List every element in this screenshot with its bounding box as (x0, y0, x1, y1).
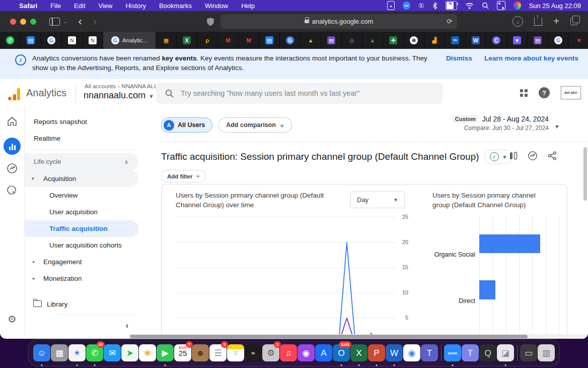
pinned-tab-google-2[interactable]: G (548, 32, 569, 49)
dock-podcasts[interactable]: ◉ (298, 342, 315, 364)
zoom-window-button[interactable] (30, 19, 36, 25)
pinned-tab-notion[interactable]: N (62, 32, 83, 49)
chevron-down-icon[interactable]: ⌄ (63, 19, 67, 24)
pinned-tab-publer[interactable]: ρ (197, 32, 218, 49)
tab-overview-icon[interactable] (570, 18, 578, 25)
pinned-tab-gmail[interactable]: M (218, 32, 239, 49)
dock-mail[interactable]: ✉ (104, 342, 121, 364)
battery-charging-icon[interactable]: ϟ (446, 1, 457, 10)
dock-photos[interactable]: ❀ (139, 342, 156, 364)
pinned-tab-notion-2[interactable]: N (83, 32, 103, 49)
pinned-tab-linkedin[interactable]: in (445, 32, 466, 49)
add-comparison-chip[interactable]: Add comparison+ (218, 117, 291, 133)
close-window-button[interactable] (10, 19, 16, 25)
pinned-tab-heart-app[interactable]: ♥ (507, 32, 528, 49)
collapse-sidebar-icon[interactable]: ‹ (126, 321, 128, 330)
compare-toggle-icon[interactable] (509, 151, 518, 162)
sidebar-section-life-cycle[interactable]: Life cycle∧ (25, 153, 138, 170)
sidebar-item-reports-snapshot[interactable]: Reports snapshot (25, 113, 142, 130)
pinned-tab-chatgpt[interactable]: ❋ (404, 32, 424, 49)
spotlight-search-icon[interactable] (482, 2, 489, 10)
siri-icon[interactable] (513, 2, 521, 10)
admin-gear-icon[interactable]: ⚙ (0, 313, 24, 325)
bar-organic-social[interactable] (479, 234, 540, 253)
dock-system-settings[interactable]: ⚙1 (262, 342, 279, 364)
dock-maps[interactable]: ➤ (121, 342, 138, 364)
add-filter-chip[interactable]: Add filter+ (161, 170, 206, 182)
menu-safari[interactable]: Safari (19, 2, 37, 10)
sidebar-item-traffic-acquisition[interactable]: Traffic acquisition (25, 220, 138, 237)
insights-icon[interactable] (528, 151, 538, 163)
pinned-tab-word[interactable]: W (466, 32, 486, 49)
dismiss-button[interactable]: Dismiss (446, 54, 472, 62)
pinned-tab-google-blue[interactable]: G (280, 32, 301, 49)
dock-facetime[interactable]: ▶ (157, 342, 174, 364)
new-tab-icon[interactable]: + (553, 16, 559, 27)
all-users-chip[interactable]: A All Users (161, 117, 212, 133)
sidebar-item-user-acquisition-cohorts[interactable]: User acquisition cohorts (25, 237, 142, 254)
dock-calendar[interactable]: AUG257 (174, 342, 191, 364)
dock-apple-tv[interactable]: tv (245, 342, 262, 364)
sidebar-item-engagement[interactable]: ▸Engagement (25, 254, 142, 270)
dock-teams[interactable]: T (421, 342, 438, 364)
sidebar-item-user-acquisition[interactable]: User acquisition (25, 204, 142, 220)
circled-one-icon[interactable]: ① (418, 2, 424, 10)
pinned-tab-google-drive[interactable]: ▲ (301, 32, 321, 49)
download-icon[interactable]: ↓ (512, 16, 523, 27)
pinned-tab-claude[interactable]: C (486, 32, 507, 49)
pinned-tab-close-red[interactable]: ✕ (569, 32, 588, 49)
control-center-icon[interactable] (497, 1, 505, 10)
analytics-logo-icon[interactable] (7, 87, 21, 100)
menu-file[interactable]: File (50, 2, 61, 10)
bluetooth-icon[interactable] (432, 2, 437, 10)
dock-zoom[interactable]: zoom (444, 342, 461, 364)
date-range-selector[interactable]: Custom Jul 28 - Aug 24, 2024 Compare: Ju… (453, 115, 549, 132)
sidebar-item-library[interactable]: Library (25, 296, 142, 313)
dock-chrome[interactable]: ◉ (403, 342, 420, 364)
sidebar-item-monetization[interactable]: ▸Monetization (25, 270, 142, 287)
sidebar-item-acquisition[interactable]: ▾Acquisition (25, 170, 138, 187)
menu-edit[interactable]: Edit (74, 2, 85, 10)
dock-trash[interactable]: ▥ (538, 342, 555, 364)
menu-bar-clock[interactable]: Sun 25 Aug 22:09 (529, 2, 581, 10)
back-icon[interactable]: ‹ (78, 17, 82, 27)
pinned-tab-whatsapp[interactable]: ✆ (0, 32, 21, 49)
dock-powerpoint[interactable]: P (368, 342, 385, 364)
dock-preview-photo[interactable]: ◪ (497, 342, 514, 364)
dock-excel[interactable]: X (350, 342, 368, 364)
search-input[interactable]: Try searching "how many users last month… (156, 83, 443, 104)
breadcrumb[interactable]: All accounts›NNANNA ALU (85, 83, 158, 89)
dock-outlook[interactable]: O2291 (333, 342, 350, 364)
pinned-tab-google-forms-2[interactable]: ▤ (528, 32, 548, 49)
reports-icon[interactable] (0, 138, 24, 155)
zoom-status-icon[interactable]: zm (403, 2, 410, 10)
dock-reminders[interactable]: ☰2 (209, 342, 227, 364)
learn-more-link[interactable]: Learn more about key events (484, 54, 578, 62)
privacy-shield-icon[interactable] (206, 17, 214, 26)
pinned-tab-google-drive-2[interactable]: ▲ (362, 32, 383, 49)
address-bar[interactable]: analytics.google.com ⟳ (220, 14, 457, 29)
dock-finder[interactable]: ☺ (33, 342, 50, 364)
dock-launchpad[interactable]: ▦ (51, 342, 68, 364)
share-icon[interactable] (534, 18, 542, 26)
pinned-tab-google-forms[interactable]: ▤ (321, 32, 342, 49)
tab-analytics-active[interactable]: G Analytic... (103, 32, 156, 49)
wifi-icon[interactable] (465, 2, 474, 10)
vertical-scrollbar[interactable] (583, 147, 587, 201)
avatar[interactable]: BIZ DEV (561, 86, 581, 99)
dock-teams-2[interactable]: T (462, 342, 479, 364)
property-selector[interactable]: nnannaalu.com▼ (84, 90, 154, 101)
app-window-icon[interactable]: ▲ (387, 1, 395, 10)
pinned-tab-workspace-grid[interactable]: ▦ (156, 32, 177, 49)
reload-icon[interactable]: ⟳ (447, 18, 452, 25)
pinned-tab-excel[interactable]: X (177, 32, 197, 49)
data-quality-pill[interactable]: ✓ ▼ (484, 150, 513, 164)
menu-help[interactable]: Help (241, 2, 255, 10)
pinned-tab-google-docs-2[interactable]: ▤ (259, 32, 280, 49)
dock-music[interactable]: ♫ (280, 342, 297, 364)
sidebar-item-realtime[interactable]: Realtime (25, 130, 142, 147)
bar-direct[interactable] (479, 280, 495, 299)
advertising-icon[interactable] (0, 185, 24, 196)
explore-icon[interactable] (0, 163, 24, 174)
menu-window[interactable]: Window (205, 2, 228, 10)
